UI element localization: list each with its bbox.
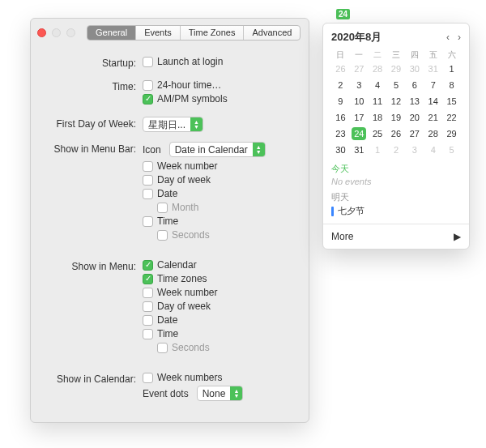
more-row[interactable]: More ▶ [323, 224, 469, 249]
day-cell[interactable]: 1 [369, 143, 387, 156]
event-color-bar [331, 207, 334, 216]
weekday-cell: 六 [442, 49, 461, 61]
day-cell[interactable]: 2 [331, 79, 350, 92]
next-month-button[interactable]: › [458, 32, 461, 43]
popover-title: 2020年8月 [331, 30, 382, 45]
text-mb-seconds: Seconds [172, 229, 210, 241]
day-cell[interactable]: 20 [405, 111, 424, 124]
day-cell[interactable]: 5 [387, 79, 406, 92]
day-cell[interactable]: 9 [331, 95, 350, 108]
checkbox-24-hour[interactable] [143, 80, 153, 91]
day-cell[interactable]: 16 [331, 111, 350, 124]
close-icon[interactable] [37, 28, 46, 37]
chevron-updown-icon: ▲▼ [190, 117, 202, 131]
label-first-day: First Day of Week: [42, 117, 143, 130]
tab-time-zones[interactable]: Time Zones [181, 26, 245, 40]
day-cell[interactable]: 8 [442, 79, 461, 92]
label-menubar: Show in Menu Bar: [42, 142, 143, 155]
day-cell[interactable]: 3 [350, 79, 369, 92]
text-mb-weeknum: Week number [157, 160, 217, 172]
minimize-icon[interactable] [52, 28, 61, 37]
text-m-calendar: Calendar [157, 259, 197, 271]
tab-general[interactable]: General [87, 26, 136, 40]
day-cell[interactable]: 25 [369, 127, 387, 140]
checkbox-mb-time[interactable] [143, 216, 153, 227]
day-cell[interactable]: 17 [350, 111, 369, 124]
text-m-seconds: Seconds [172, 342, 210, 353]
label-tomorrow: 明天 [331, 191, 461, 203]
day-cell[interactable]: 2 [387, 143, 406, 156]
day-cell[interactable]: 26 [331, 62, 350, 75]
day-cell[interactable]: 19 [387, 111, 406, 124]
day-cell[interactable]: 7 [424, 79, 442, 92]
checkbox-m-timezones[interactable] [143, 274, 153, 284]
day-cell[interactable]: 31 [350, 143, 369, 156]
label-menu: Show in Menu: [42, 259, 143, 272]
checkbox-m-calendar[interactable] [143, 260, 153, 271]
day-cell[interactable]: 12 [387, 95, 406, 108]
label-today: 今天 [331, 163, 461, 175]
day-cell[interactable]: 21 [424, 111, 442, 124]
day-cell[interactable]: 27 [350, 62, 369, 75]
prev-month-button[interactable]: ‹ [446, 32, 450, 43]
checkbox-mb-date[interactable] [143, 189, 153, 199]
tab-advanced[interactable]: Advanced [244, 26, 300, 40]
text-m-time: Time [157, 328, 178, 339]
weekday-header: 日一二三四五六 [331, 49, 461, 61]
day-cell[interactable]: 29 [442, 127, 461, 140]
checkbox-m-seconds[interactable] [157, 343, 168, 353]
day-cell[interactable]: 30 [331, 143, 350, 156]
day-cell[interactable]: 11 [369, 95, 387, 108]
day-cell[interactable]: 6 [405, 79, 424, 92]
chevron-updown-icon: ▲▼ [253, 143, 265, 156]
day-cell[interactable]: 29 [387, 62, 406, 75]
checkbox-mb-month[interactable] [157, 203, 168, 213]
tab-events[interactable]: Events [136, 26, 181, 40]
preferences-form: Startup: Launch at login Time: 24-hour t… [31, 41, 309, 417]
checkbox-m-date[interactable] [143, 315, 153, 326]
day-cell[interactable]: 22 [442, 111, 461, 124]
day-cell[interactable]: 26 [387, 127, 406, 140]
checkbox-mb-dow[interactable] [143, 175, 153, 186]
menubar-date-icon[interactable]: 24 [336, 9, 350, 19]
checkbox-m-time[interactable] [143, 329, 153, 339]
checkbox-m-dow[interactable] [143, 301, 153, 312]
day-cell[interactable]: 30 [405, 62, 424, 75]
text-ampm: AM/PM symbols [157, 93, 228, 105]
checkbox-cal-weeknums[interactable] [143, 373, 153, 383]
text-no-events: No events [331, 177, 461, 186]
select-menubar-icon[interactable]: Date in Calendar ▲▼ [169, 142, 266, 157]
zoom-icon[interactable] [66, 28, 75, 37]
select-first-day[interactable]: 星期日... ▲▼ [143, 117, 203, 132]
day-cell[interactable]: 4 [369, 79, 387, 92]
day-cell[interactable]: 4 [424, 143, 442, 156]
event-item[interactable]: 七夕节 [331, 205, 461, 217]
weekday-cell: 二 [369, 49, 387, 61]
checkbox-mb-weeknum[interactable] [143, 161, 153, 172]
day-cell[interactable]: 31 [424, 62, 442, 75]
day-cell[interactable]: 15 [442, 95, 461, 108]
checkbox-mb-seconds[interactable] [157, 230, 168, 241]
titlebar: General Events Time Zones Advanced [31, 19, 309, 41]
tabs: General Events Time Zones Advanced [87, 25, 301, 41]
day-cell[interactable]: 28 [369, 62, 387, 75]
day-cell[interactable]: 3 [405, 143, 424, 156]
text-24-hour: 24-hour time… [157, 79, 221, 91]
checkbox-m-weeknum[interactable] [143, 288, 153, 298]
checkbox-ampm[interactable] [143, 94, 153, 105]
day-cell[interactable]: 5 [442, 143, 461, 156]
day-cell[interactable]: 18 [369, 111, 387, 124]
calendar-popover: 2020年8月 ‹ › 日一二三四五六 26272829303112345678… [322, 23, 470, 250]
select-event-dots[interactable]: None ▲▼ [197, 386, 244, 401]
day-cell[interactable]: 13 [405, 95, 424, 108]
day-cell[interactable]: 14 [424, 95, 442, 108]
day-cell[interactable]: 23 [331, 127, 350, 140]
day-cell[interactable]: 1 [442, 62, 461, 75]
text-mb-dow: Day of week [157, 174, 211, 186]
day-cell[interactable]: 10 [350, 95, 369, 108]
day-cell[interactable]: 28 [424, 127, 442, 140]
day-cell[interactable]: 27 [405, 127, 424, 140]
day-cell[interactable]: 24 [352, 127, 366, 140]
text-m-weeknum: Week number [157, 287, 217, 298]
checkbox-launch-at-login[interactable] [143, 57, 153, 67]
